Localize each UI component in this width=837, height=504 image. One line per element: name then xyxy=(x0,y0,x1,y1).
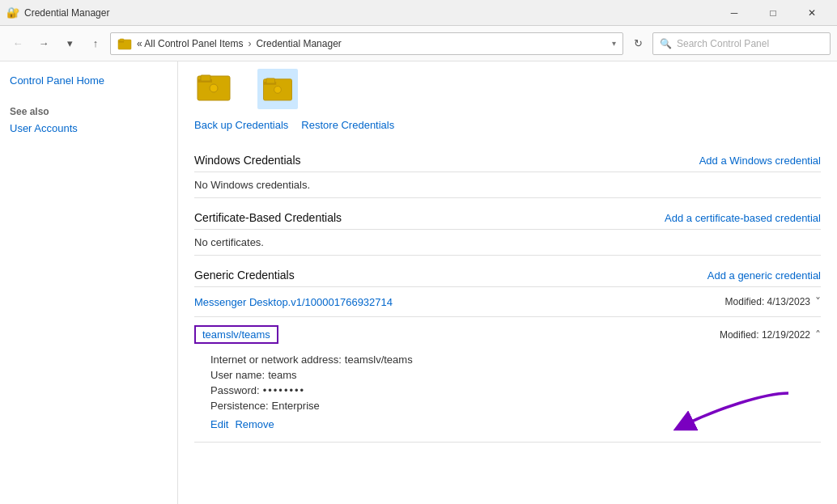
generic-cred-item-1-modified: Modified: 4/13/2023 xyxy=(725,296,810,307)
generic-cred-item-1-chevron: ˅ xyxy=(815,295,821,308)
add-windows-credential-link[interactable]: Add a Windows credential xyxy=(699,155,821,167)
search-placeholder: Search Control Panel xyxy=(677,38,769,49)
address-bar: ← → ▾ ↑ « All Control Panel Items › Cred… xyxy=(0,26,837,61)
sidebar: Control Panel Home See also User Account… xyxy=(0,61,178,504)
cert-cred-title: Certificate-Based Credentials xyxy=(194,211,342,224)
add-generic-credential-link[interactable]: Add a generic credential xyxy=(707,269,821,282)
svg-rect-5 xyxy=(201,75,210,81)
sidebar-user-accounts-link[interactable]: User Accounts xyxy=(10,122,168,134)
generic-cred-item-2-chevron: ˄ xyxy=(815,328,821,341)
path-part2: Credential Manager xyxy=(256,38,341,49)
generic-cred-header: Generic Credentials Add a generic creden… xyxy=(194,262,821,287)
minimize-button[interactable]: ─ xyxy=(716,0,753,26)
detail-username-row: User name: teams xyxy=(210,369,821,381)
detail-password-value: •••••••• xyxy=(263,384,305,396)
window-controls: ─ □ ✕ xyxy=(716,0,831,26)
up-button[interactable]: ↑ xyxy=(84,32,107,55)
windows-cred-header: Windows Credentials Add a Windows creden… xyxy=(194,147,821,172)
edit-credential-link[interactable]: Edit xyxy=(210,418,228,430)
refresh-button[interactable]: ↻ xyxy=(627,32,649,55)
cert-cred-header: Certificate-Based Credentials Add a cert… xyxy=(194,205,821,230)
generic-cred-item-1-header[interactable]: Messenger Desktop.v1/100001766932714 Mod… xyxy=(194,292,821,311)
cert-cred-empty: No certificates. xyxy=(194,230,821,256)
detail-persistence-value: Enterprise xyxy=(272,400,320,412)
dropdown-button[interactable]: ▾ xyxy=(58,32,81,55)
detail-persistence-label: Persistence: xyxy=(210,400,269,412)
title-bar: 🔐 Credential Manager ─ □ ✕ xyxy=(0,0,837,26)
generic-cred-item-2-name[interactable]: teamslv/teams xyxy=(194,325,278,344)
sidebar-home-link[interactable]: Control Panel Home xyxy=(10,74,168,87)
remove-credential-link[interactable]: Remove xyxy=(235,418,274,430)
main-layout: Control Panel Home See also User Account… xyxy=(0,61,837,504)
windows-cred-empty: No Windows credentials. xyxy=(194,172,821,198)
svg-point-10 xyxy=(274,86,282,93)
forward-button[interactable]: → xyxy=(32,32,55,55)
back-button[interactable]: ← xyxy=(6,32,29,55)
app-title: Credential Manager xyxy=(24,7,716,19)
generic-cred-item-2-details: Internet or network address: teamslv/tea… xyxy=(194,347,821,437)
backup-credentials-link[interactable]: Back up Credentials xyxy=(194,119,288,131)
content-area: Back up Credentials Restore Credentials … xyxy=(178,61,837,504)
path-separator: › xyxy=(248,38,251,49)
search-icon: 🔍 xyxy=(660,38,672,49)
sidebar-see-also: See also User Accounts xyxy=(10,106,168,134)
detail-address-label: Internet or network address: xyxy=(210,354,342,366)
detail-password-label: Password: xyxy=(210,384,260,396)
maximize-button[interactable]: □ xyxy=(754,0,792,26)
certificate-credential-icon-highlighted xyxy=(257,69,298,109)
add-cert-credential-link[interactable]: Add a certificate-based credential xyxy=(665,212,821,224)
detail-address-row: Internet or network address: teamslv/tea… xyxy=(210,354,821,366)
detail-username-value: teams xyxy=(268,369,296,381)
search-box[interactable]: 🔍 Search Control Panel xyxy=(652,32,831,55)
actions-row: Back up Credentials Restore Credentials xyxy=(194,119,821,134)
detail-persistence-row: Persistence: Enterprise xyxy=(210,400,821,412)
generic-cred-item-2-modified: Modified: 12/19/2022 xyxy=(720,329,810,341)
app-icon: 🔐 xyxy=(6,6,19,19)
icon-row xyxy=(194,61,821,116)
see-also-title: See also xyxy=(10,106,168,117)
path-part1: « All Control Panel Items xyxy=(137,38,243,49)
address-path[interactable]: « All Control Panel Items › Credential M… xyxy=(110,32,623,55)
restore-credentials-link[interactable]: Restore Credentials xyxy=(301,119,394,131)
windows-credentials-section: Windows Credentials Add a Windows creden… xyxy=(194,147,821,198)
close-button[interactable]: ✕ xyxy=(793,0,831,26)
windows-credential-icon xyxy=(194,68,233,109)
generic-cred-item-2-header[interactable]: teamslv/teams Modified: 12/19/2022 ˄ xyxy=(194,322,821,347)
svg-point-6 xyxy=(210,84,218,92)
generic-credentials-section: Generic Credentials Add a generic creden… xyxy=(194,262,821,443)
generic-cred-title: Generic Credentials xyxy=(194,269,295,282)
generic-cred-item-1-meta: Modified: 4/13/2023 ˅ xyxy=(725,295,821,308)
svg-rect-2 xyxy=(120,39,124,41)
path-chevron[interactable]: ▾ xyxy=(612,39,616,48)
windows-cred-title: Windows Credentials xyxy=(194,154,301,167)
generic-cred-item-1-name: Messenger Desktop.v1/100001766932714 xyxy=(194,296,393,308)
cred-item-2-actions: Edit Remove xyxy=(210,418,821,430)
generic-cred-item-1: Messenger Desktop.v1/100001766932714 Mod… xyxy=(194,287,821,317)
cert-credentials-section: Certificate-Based Credentials Add a cert… xyxy=(194,205,821,256)
detail-address-value: teamslv/teams xyxy=(345,354,413,366)
svg-rect-9 xyxy=(266,78,275,83)
generic-cred-item-2-meta: Modified: 12/19/2022 ˄ xyxy=(720,328,821,341)
path-icon xyxy=(117,36,132,51)
generic-cred-item-2: teamslv/teams Modified: 12/19/2022 ˄ Int… xyxy=(194,317,821,443)
detail-password-row: Password: •••••••• xyxy=(210,384,821,396)
detail-username-label: User name: xyxy=(210,369,265,381)
